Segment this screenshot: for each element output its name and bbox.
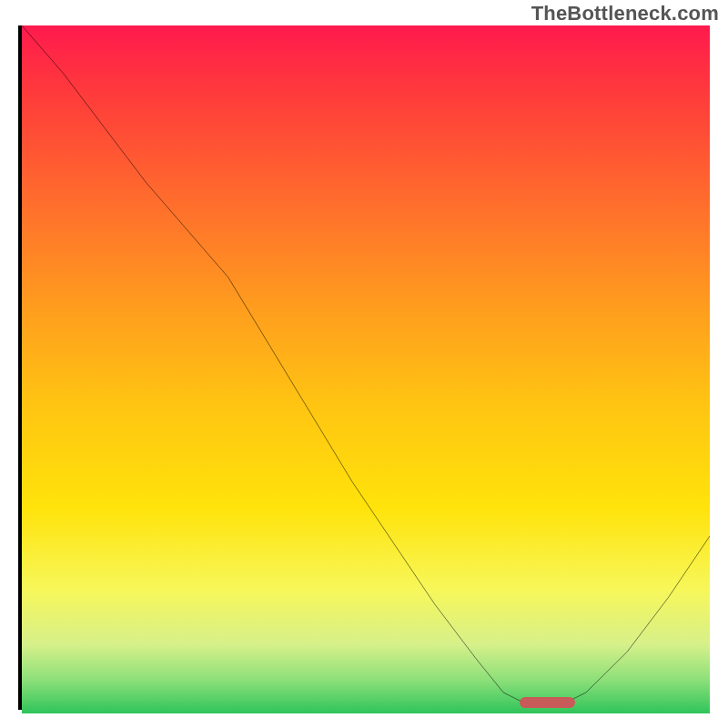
chart-container: TheBottleneck.com — [0, 0, 728, 728]
watermark-label: TheBottleneck.com — [531, 2, 719, 25]
curve-line — [22, 25, 710, 706]
plot-area — [18, 25, 710, 710]
optimal-marker — [520, 697, 575, 708]
